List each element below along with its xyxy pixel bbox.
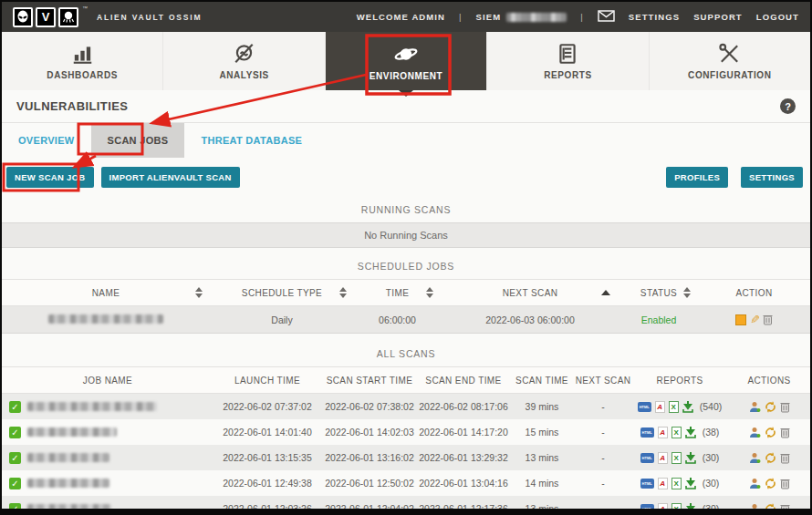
excel-report-icon[interactable]: X [671,427,682,438]
settings-link[interactable]: SETTINGS [629,12,680,22]
download-report-icon[interactable] [685,427,696,438]
trademark-symbol: ™ [82,5,88,11]
main-nav: DASHBOARDS ANALYSIS ENVIRONMENT REPORTS … [2,32,810,90]
delete-trash-icon[interactable] [763,314,773,325]
rerun-scan-icon[interactable] [765,401,776,413]
scan-time-cell: 39 mins [509,401,575,412]
download-report-icon[interactable] [685,452,696,464]
tab-configuration[interactable]: CONFIGURATION [650,32,810,90]
download-report-icon[interactable] [685,478,696,489]
scan-start-cell: 2022-06-01 13:16:02 [321,452,418,463]
pdf-report-icon[interactable]: A [658,478,668,489]
assign-user-icon[interactable] [749,427,761,438]
subtab-scan-jobs[interactable]: SCAN JOBS [91,123,185,158]
excel-report-icon[interactable]: X [671,478,682,489]
toggle-enable-icon[interactable] [735,314,746,325]
tab-analysis[interactable]: ANALYSIS [163,32,325,90]
separator: | [459,12,463,22]
scan-complete-checkbox[interactable]: ✓ [9,478,21,489]
report-count: (540) [700,401,723,412]
messages-envelope-icon[interactable] [598,10,615,24]
page-title: VULNERABILITIES [16,99,128,113]
col-reports: REPORTS [631,376,728,386]
html-report-icon[interactable]: HTML [638,402,651,412]
excel-report-icon[interactable]: X [671,503,682,515]
subtab-threat-database[interactable]: THREAT DATABASE [184,123,318,158]
html-report-icon[interactable]: HTML [640,504,654,514]
excel-report-icon[interactable]: X [671,452,682,464]
welcome-admin-link[interactable]: WELCOME ADMIN [357,12,445,22]
download-report-icon[interactable] [685,503,696,515]
actions-cell [728,478,810,489]
subtab-overview[interactable]: OVERVIEW [2,123,91,158]
download-report-icon[interactable] [682,401,693,413]
pdf-report-icon[interactable]: A [658,503,668,515]
html-report-icon[interactable]: HTML [640,479,654,489]
sort-control[interactable] [683,287,691,298]
col-name[interactable]: NAME [2,288,210,298]
delete-trash-icon[interactable] [780,427,790,438]
vulnerabilities-subtabs: OVERVIEW SCAN JOBS THREAT DATABASE [2,123,810,158]
scan-complete-checkbox[interactable]: ✓ [9,503,21,515]
rerun-scan-icon[interactable] [765,452,776,464]
rerun-scan-icon[interactable] [765,478,776,489]
pdf-report-icon[interactable]: A [658,427,668,438]
help-icon[interactable]: ? [780,98,796,114]
scan-end-cell: 2022-06-01 13:04:16 [418,478,509,489]
launch-time-cell: 2022-06-01 12:03:26 [213,503,321,514]
sort-control[interactable] [195,287,203,298]
excel-report-icon[interactable]: X [669,401,679,413]
tab-dashboards[interactable]: DASHBOARDS [2,32,163,90]
col-next-scan[interactable]: NEXT SCAN [441,288,619,298]
sort-control[interactable] [339,287,347,298]
assign-user-icon[interactable] [749,401,761,413]
sort-asc-icon[interactable] [601,290,610,295]
profiles-button[interactable]: PROFILES [666,167,728,188]
launch-time-cell: 2022-06-01 13:15:35 [213,452,321,463]
pdf-report-icon[interactable]: A [658,452,668,464]
scan-end-cell: 2022-06-01 12:17:36 [418,503,509,514]
scan-start-cell: 2022-06-01 12:04:02 [321,503,418,514]
settings-button[interactable]: SETTINGS [741,167,803,188]
job-name-redacted [2,314,210,325]
col-next-scan: NEXT SCAN [575,376,631,386]
delete-trash-icon[interactable] [780,452,790,464]
support-link[interactable]: SUPPORT [693,12,743,22]
new-scan-job-button[interactable]: NEW SCAN JOB [6,167,94,188]
tab-environment[interactable]: ENVIRONMENT [326,32,487,90]
col-status[interactable]: STATUS [619,288,698,298]
delete-trash-icon[interactable] [780,478,790,489]
next-scan-cell: - [575,427,631,438]
col-schedule-type[interactable]: SCHEDULE TYPE [210,288,354,298]
scan-complete-checkbox[interactable]: ✓ [9,427,21,438]
col-action: ACTION [698,288,810,298]
col-time[interactable]: TIME [354,288,441,298]
app-window: V ™ ALIEN VAULT OSSIM WELCOME ADMIN | SI… [0,0,812,515]
scan-row: ✓ 2022-06-01 14:01:40 2022-06-01 14:02:0… [2,419,810,445]
delete-trash-icon[interactable] [780,503,790,515]
logout-link[interactable]: LOGOUT [756,12,799,22]
rerun-scan-icon[interactable] [765,503,776,515]
reports-cell: HTML A X (38) [631,427,728,438]
edit-pencil-icon[interactable]: ✎ [750,314,760,325]
scheduled-actions: ✎ [698,314,810,325]
html-report-icon[interactable]: HTML [640,453,654,463]
next-scan-cell: - [575,452,631,463]
assign-user-icon[interactable] [749,478,761,489]
assign-user-icon[interactable] [749,452,761,464]
tab-label: CONFIGURATION [688,70,772,80]
tab-reports[interactable]: REPORTS [487,32,649,90]
all-scans-header: JOB NAME LAUNCH TIME SCAN START TIME SCA… [2,366,810,394]
delete-trash-icon[interactable] [780,401,790,413]
assign-user-icon[interactable] [749,503,761,515]
sort-control[interactable] [426,287,433,298]
rerun-scan-icon[interactable] [765,427,776,438]
actions-cell [728,503,810,515]
time-cell: 06:00:00 [354,314,441,325]
scan-complete-checkbox[interactable]: ✓ [9,401,21,413]
import-alienvault-scan-button[interactable]: IMPORT ALIENVAULT SCAN [101,167,240,188]
html-report-icon[interactable]: HTML [640,427,654,438]
pdf-report-icon[interactable]: A [655,401,665,413]
schedule-type-cell: Daily [210,314,354,325]
scan-complete-checkbox[interactable]: ✓ [9,452,21,464]
